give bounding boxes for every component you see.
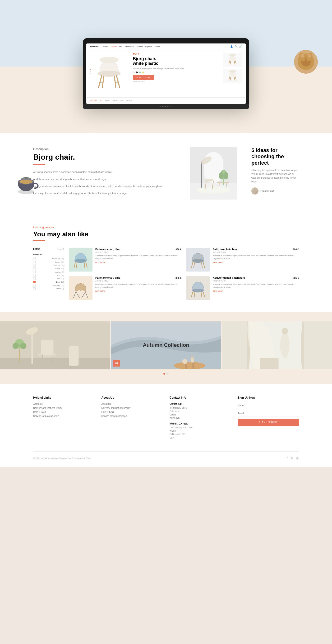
filter-checkbox-synthetic[interactable]	[33, 284, 35, 286]
product-buy-3[interactable]: BUY NOW	[95, 290, 181, 292]
svg-line-46	[86, 262, 87, 268]
filter-checkbox-beech[interactable]	[33, 261, 35, 263]
user-icon[interactable]: 👤	[230, 45, 233, 48]
svg-rect-65	[31, 332, 33, 364]
tab-info[interactable]: INFO	[105, 100, 109, 102]
description-center-image	[190, 147, 237, 200]
filter-item-wicker: Wicker (19)	[33, 264, 64, 266]
product-desc-1: Armchair in rounded design upholstered w…	[95, 254, 181, 260]
filter-label-synthetic: Synthetic (11)	[52, 284, 64, 286]
footer-signup: Sign Up Now SIGN UP NOW	[238, 396, 299, 442]
nav-home[interactable]: Home	[103, 46, 108, 48]
nav-discontinued[interactable]: Discontinued	[125, 46, 134, 48]
product-dots	[90, 69, 91, 74]
svg-line-53	[202, 262, 202, 268]
editorial-staff: Editorial staff	[251, 188, 299, 194]
filter-checkbox-wicker[interactable]	[33, 264, 35, 266]
sidebar-title: 5 ideas for choosing the perfect	[251, 147, 299, 166]
walnut-label: Walnut, CA (usa)	[169, 422, 231, 425]
oxford-address: Oxford (uk) 4-5 Morbury Street Enterham …	[169, 403, 231, 420]
svg-point-44	[75, 259, 87, 263]
footer-link-professionals[interactable]: Service for professionals	[33, 415, 94, 418]
color-yellow[interactable]	[142, 72, 144, 74]
description-text-2: And this chair has everything to become …	[33, 177, 175, 182]
svg-point-34	[205, 179, 214, 182]
filter-checkbox-textile[interactable]	[33, 288, 35, 290]
tab-collection[interactable]: COLLECTION	[112, 100, 123, 102]
color-green[interactable]	[139, 72, 141, 74]
nav-furniture[interactable]: Furniture	[110, 46, 117, 48]
filter-checkbox-iron[interactable]	[33, 274, 35, 276]
svg-point-58	[192, 288, 204, 292]
thumbnail-1[interactable]	[223, 53, 242, 67]
nav-magazine[interactable]: Magazine	[145, 46, 152, 48]
svg-line-3	[99, 76, 102, 88]
nav-guides[interactable]: Guides	[155, 46, 160, 48]
nav-new[interactable]: New	[119, 46, 122, 48]
filter-reset[interactable]: New All	[57, 248, 64, 250]
svg-line-14	[234, 61, 235, 64]
autumn-dot-1[interactable]	[164, 373, 165, 374]
footer-about-link-1[interactable]: About us	[102, 403, 163, 405]
twitter-icon[interactable]: 𝕏	[291, 456, 293, 460]
facebook-icon[interactable]: f	[287, 456, 288, 460]
filter-checkbox-aluminum[interactable]	[33, 258, 35, 260]
filter-checkbox-leather[interactable]	[33, 271, 35, 273]
filter-checkbox-steel[interactable]	[33, 281, 35, 283]
description-label: Description	[33, 147, 175, 151]
product-price-3: 386 €	[175, 277, 181, 279]
filter-checkbox-iron2[interactable]	[33, 278, 35, 280]
search-icon[interactable]: 🔍	[235, 45, 237, 48]
product-chair-2	[188, 249, 207, 270]
staff-avatar	[251, 188, 259, 194]
footer: Helpful Links About us Delivery and Retu…	[0, 384, 332, 467]
contact-title: Contact Info	[169, 396, 231, 399]
share-product-link[interactable]: SHARE PRODUCT	[133, 81, 218, 82]
cart-icon[interactable]: 🛒	[239, 45, 242, 48]
nav-outdoor[interactable]: Outdoor	[137, 46, 143, 48]
product-buy-1[interactable]: BUY NOW	[95, 262, 181, 264]
thumb-chair-2	[226, 70, 239, 82]
signup-form: SIGN UP NOW	[238, 403, 299, 426]
tab-review[interactable]: REVIEW	[126, 100, 133, 102]
svg-line-17	[229, 77, 230, 80]
footer-about-link-4[interactable]: Service for professionals	[102, 415, 163, 418]
footer-grid: Helpful Links About us Delivery and Retu…	[33, 396, 299, 442]
description-text-3: Its legs and seat are made of solid beec…	[33, 184, 175, 189]
svg-point-38	[224, 172, 228, 179]
product-buy-4[interactable]: BUY NOW	[213, 290, 299, 292]
filter-checkbox-wood[interactable]	[33, 268, 35, 270]
thumbnail-2[interactable]	[223, 69, 242, 83]
autumn-dot-2[interactable]	[167, 373, 168, 374]
filter-label-wood: Wood (21)	[55, 268, 64, 270]
autumn-title: Autumn Collection	[143, 342, 189, 348]
color-white[interactable]	[133, 72, 135, 74]
footer-link-returns[interactable]: Delivery and Returns Policy	[33, 407, 94, 409]
filter-item-steel: Steel (10)	[33, 281, 64, 283]
footer-link-about[interactable]: About us	[33, 403, 94, 405]
svg-line-52	[194, 262, 194, 268]
product-buy-2[interactable]: BUY NOW	[213, 262, 299, 264]
product-price: 153 €	[133, 53, 218, 56]
svg-point-2	[98, 71, 121, 77]
tab-description[interactable]: DESCRIPTION	[90, 100, 102, 102]
svg-point-10	[229, 54, 236, 56]
product-card-2: Patio armchair, blue 386 € Article 8 RNG…	[186, 248, 299, 272]
signup-button[interactable]: SIGN UP NOW	[238, 419, 299, 426]
color-dark[interactable]	[136, 72, 138, 74]
instagram-icon[interactable]: ⊙	[296, 456, 299, 460]
svg-line-13	[230, 61, 230, 64]
svg-line-62	[201, 292, 202, 297]
footer-bottom: © 2018 Nova Impressions. Designed by Pur…	[33, 451, 299, 460]
footer-about-link-2[interactable]: Delivery and Returns Policy	[102, 407, 163, 409]
autumn-collection-section: Autumn Collection 01	[0, 312, 332, 384]
footer-about-link-3[interactable]: Help & FAQ	[102, 411, 163, 413]
footer-link-faq[interactable]: Help & FAQ	[33, 411, 94, 413]
add-to-cart-button[interactable]: ADD TO CART	[133, 75, 154, 80]
signup-email-input[interactable]	[238, 411, 299, 416]
signup-name-input[interactable]	[238, 403, 299, 408]
svg-line-11	[229, 61, 230, 64]
svg-point-27	[308, 54, 311, 58]
description-section: Description Bjorg chair. All living spac…	[0, 133, 332, 214]
product-tabs: DESCRIPTION INFO COLLECTION REVIEW	[86, 98, 246, 104]
